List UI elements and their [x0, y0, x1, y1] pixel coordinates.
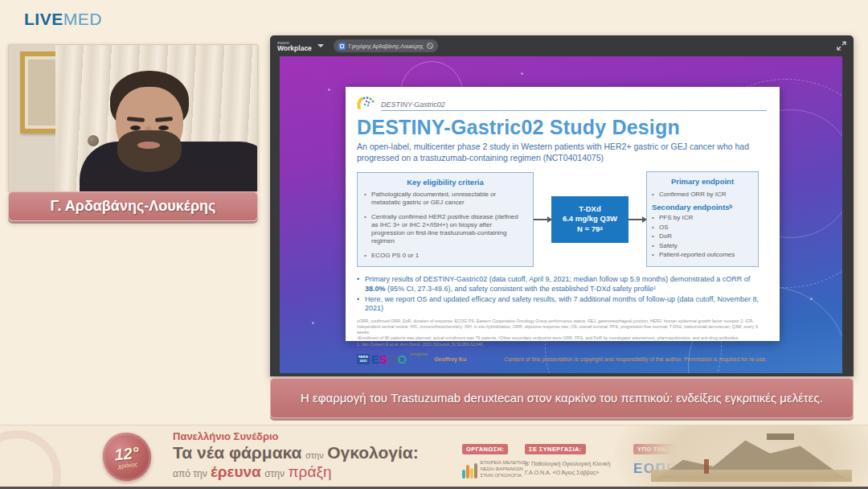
list-item: Safety	[652, 242, 753, 250]
slide-title: DESTINY-Gastric02 Study Design	[357, 116, 767, 139]
caption-bar: Η εφαρμογή του Trastuzumab deruxtecan στ…	[270, 378, 854, 418]
primary-endpoint-title: Primary endpoint	[652, 177, 753, 187]
eligibility-box: Key eligibility criteria Pathologically …	[357, 172, 534, 267]
fullscreen-icon[interactable]	[837, 41, 846, 51]
curtain-tieback	[88, 135, 99, 146]
anniversary-seal: 12° χρόνος	[100, 430, 154, 483]
list-item: ECOG PS 0 or 1	[364, 252, 526, 260]
flow-arrow	[534, 219, 551, 220]
congress-label: congress	[410, 351, 428, 356]
author-credit: Geoffrey Ku	[434, 356, 466, 362]
zoom-topbar: zoom Workplace Γρηγόρης Αρδαβάνης-Λουκέρ…	[270, 35, 854, 56]
list-item: PFS by ICR	[652, 214, 753, 222]
presenter-name: Γ. Αρδαβάνης-Λουκέρης	[51, 198, 216, 215]
seal-word: χρόνος	[118, 460, 138, 469]
stop-share-icon[interactable]	[427, 43, 433, 49]
slide-card: DESTINY-Gastric02 DESTINY-Gastric02 Stud…	[346, 87, 780, 341]
livemed-logo-live: LIVE	[24, 10, 63, 28]
footnote: ᵃEnrollment of 80 patients was planned; …	[357, 335, 767, 341]
collab-badge: ΣΕ ΣΥΝΕΡΓΑΣΙΑ:	[525, 444, 586, 454]
slide-subtitle: An open-label, multicenter phase 2 study…	[357, 142, 751, 163]
zoom-app-menu[interactable]: zoom Workplace	[277, 40, 312, 52]
chevron-down-icon[interactable]	[317, 44, 324, 47]
footer-deco-arc	[0, 430, 61, 489]
org-badge: ΟΡΓΑΝΩΣΗ:	[462, 444, 508, 454]
caption-text: Η εφαρμογή του Trastuzumab deruxtecan στ…	[301, 389, 823, 407]
list-item: Centrally confirmed HER2 positive diseas…	[364, 213, 526, 245]
list-item: DoR	[652, 232, 753, 240]
list-item: Patient-reported outcomes	[652, 251, 753, 259]
screen-share-icon	[338, 43, 346, 50]
key-bullet-2: Here, we report OS and updated efficacy …	[357, 295, 767, 314]
secondary-endpoints-title: Secondary endpointsᵇ	[652, 203, 753, 212]
collaboration-block: ΣΕ ΣΥΝΕΡΓΑΣΙΑ: Β' Παθολογική Ογκολογική …	[525, 440, 610, 477]
treatment-box: T-DXd 6.4 mg/kg Q3W N = 79ᵃ	[551, 196, 628, 243]
share-tab[interactable]: Γρηγόρης Αρδαβάνης-Λουκέρης	[334, 39, 438, 52]
slide: DESTINY-Gastric02 DESTINY-Gastric02 Stud…	[280, 56, 842, 373]
collab-name: Β' Παθολογική Ογκολογική Κλινική Γ.Α.Ο.Ν…	[525, 460, 610, 477]
workplace-wordmark: Workplace	[277, 45, 312, 52]
study-brand-label: DESTINY-Gastric02	[381, 101, 767, 111]
conference-kind: Πανελλήνιο Συνέδριο	[173, 431, 419, 443]
footer: 12° χρόνος Πανελλήνιο Συνέδριο Τα νέα φά…	[0, 425, 868, 489]
livemed-logo: LIVEMED	[24, 10, 102, 29]
footer-artwork	[635, 425, 868, 487]
flow-arrow	[628, 219, 646, 220]
webcam-video	[8, 44, 258, 192]
conference-title: Πανελλήνιο Συνέδριο Τα νέα φάρμακα στην …	[173, 431, 419, 481]
livemed-logo-med: MED	[63, 10, 102, 28]
presenter-name-plate: Γ. Αρδαβάνης-Λουκέρης	[8, 191, 258, 221]
slide-bullets: Primary results of DESTINY-Gastric02 (da…	[357, 275, 767, 314]
esmo-congress-logo: PARIS 2022 ESMO congress	[357, 351, 407, 367]
study-brand: DESTINY-Gastric02	[357, 95, 767, 111]
list-item: Confirmed ORR by ICR	[652, 191, 753, 199]
conference-name-2: Ογκολογία:	[327, 443, 419, 462]
share-tab-label: Γρηγόρης Αρδαβάνης-Λουκέρης	[349, 43, 424, 49]
slide-footer-row: PARIS 2022 ESMO congress Geoffrey Ku Con…	[357, 351, 767, 367]
list-item: OS	[652, 224, 753, 232]
treatment-line: 6.4 mg/kg Q3W	[553, 214, 627, 224]
study-brand-icon	[357, 95, 376, 111]
list-item: Pathologically documented, unresectable …	[364, 191, 526, 207]
footnote: 1. Van Cutsem E et al. Ann Oncol. 2021;3…	[357, 342, 767, 347]
zoom-window: zoom Workplace Γρηγόρης Αρδαβάνης-Λουκέρ…	[270, 35, 854, 376]
paris-2022-badge: PARIS 2022	[357, 354, 370, 365]
eligibility-title: Key eligibility criteria	[364, 178, 526, 187]
treatment-line: T-DXd	[553, 204, 627, 215]
study-design-diagram: Key eligibility criteria Pathologically …	[357, 171, 767, 267]
footnote: cORR, confirmed ORR; DoR, duration of re…	[357, 318, 767, 335]
slide-footnotes: cORR, confirmed ORR; DoR, duration of re…	[357, 318, 767, 347]
org-logo-icon	[462, 463, 477, 479]
organizer-block: ΟΡΓΑΝΩΣΗ: ΕΤΑΙΡΕΙΑ ΜΕΛΕΤΗΣ ΝΕΩΝ ΦΑΡΜΑΚΩΝ…	[462, 440, 526, 479]
org-name: ΕΤΑΙΡΕΙΑ ΜΕΛΕΤΗΣ ΝΕΩΝ ΦΑΡΜΑΚΩΝ ΣΤΗΝ ΟΓΚΟ…	[481, 459, 526, 479]
key-bullet-1: Primary results of DESTINY-Gastric02 (da…	[357, 275, 767, 294]
copyright-note: Content of this presentation is copyrigh…	[504, 356, 767, 362]
conference-name-1: Τα νέα φάρμακα	[173, 443, 302, 462]
treatment-line: N = 79ᵃ	[553, 224, 627, 235]
endpoints-box: Primary endpoint Confirmed ORR by ICR Se…	[646, 171, 759, 267]
